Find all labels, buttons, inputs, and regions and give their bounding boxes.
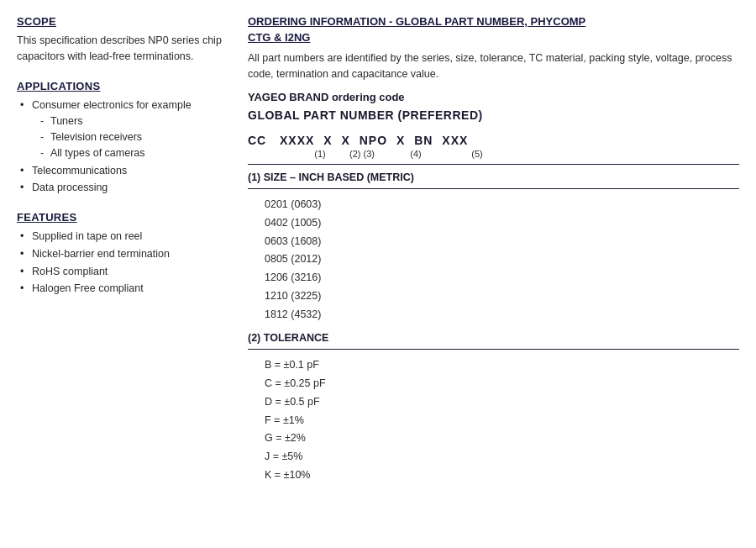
divider: [248, 164, 739, 165]
table-row: K = ±10%: [248, 466, 739, 484]
list-item: Halogen Free compliant: [20, 281, 224, 297]
table-row: 0805 (2012): [248, 250, 739, 269]
table-row: G = ±2%: [248, 429, 739, 448]
ordering-desc: All part numbers are identified by the s…: [248, 50, 739, 82]
scope-title: SCOPE: [17, 15, 224, 28]
part-number-row: CC XXXX X X NPO X BN XXX: [248, 134, 739, 147]
list-item: Nickel-barrier end termination: [20, 246, 224, 262]
global-part-label: GLOBAL PART NUMBER (PREFERRED): [248, 108, 739, 122]
list-item: Supplied in tape on reel: [20, 229, 224, 245]
ordering-title: ORDERING INFORMATION - GLOBAL PART NUMBE…: [248, 15, 739, 28]
part-number-diagram: CC XXXX X X NPO X BN XXX (1) (2) (3) (4)…: [248, 134, 739, 159]
table-row: F = ±1%: [248, 411, 739, 429]
table-row: J = ±5%: [248, 448, 739, 466]
part-labels: (1) (2) (3) (4) (5): [248, 149, 739, 159]
right-column: ORDERING INFORMATION - GLOBAL PART NUMBE…: [239, 15, 739, 491]
size-header: (1) SIZE – INCH BASED (METRIC): [248, 171, 739, 183]
table-row: D = ±0.5 pF: [248, 393, 739, 411]
list-item: Television receivers: [39, 129, 224, 145]
features-list: Supplied in tape on reel Nickel-barrier …: [17, 229, 224, 297]
list-item: Consumer electronics for example Tuners …: [20, 97, 224, 161]
table-row: C = ±0.25 pF: [248, 375, 739, 393]
sub-list: Tuners Television receivers All types of…: [32, 113, 224, 161]
size-section: (1) SIZE – INCH BASED (METRIC) 0201 (060…: [248, 171, 739, 324]
left-column: SCOPE This specification describes NP0 s…: [17, 15, 239, 491]
applications-title: APPLICATIONS: [17, 80, 224, 92]
list-item: Tuners: [39, 113, 224, 129]
table-row: 0603 (1608): [248, 232, 739, 250]
main-layout: SCOPE This specification describes NP0 s…: [17, 15, 739, 491]
table-row: 1812 (4532): [248, 305, 739, 324]
table-row: 1206 (3216): [248, 269, 739, 287]
table-row: 0201 (0603): [248, 196, 739, 214]
table-row: 1210 (3225): [248, 287, 739, 305]
tolerance-header: (2) TOLERANCE: [248, 332, 739, 344]
list-item: Data processing: [20, 180, 224, 196]
brand-label: YAGEO BRAND ordering code: [248, 91, 739, 103]
divider: [248, 349, 739, 350]
scope-text: This specification describes NP0 series …: [17, 33, 224, 65]
list-item: All types of cameras: [39, 145, 224, 161]
features-title: FEATURES: [17, 211, 224, 224]
ordering-subtitle: CTG & I2NG: [248, 31, 739, 44]
list-item: Telecommunications: [20, 163, 224, 179]
table-row: B = ±0.1 pF: [248, 356, 739, 375]
divider: [248, 188, 739, 189]
applications-section: APPLICATIONS Consumer electronics for ex…: [17, 80, 224, 197]
table-row: 0402 (1005): [248, 213, 739, 232]
scope-section: SCOPE This specification describes NP0 s…: [17, 15, 224, 65]
list-item: RoHS compliant: [20, 264, 224, 280]
features-section: FEATURES Supplied in tape on reel Nickel…: [17, 211, 224, 297]
tolerance-section: (2) TOLERANCE B = ±0.1 pF C = ±0.25 pF D…: [248, 332, 739, 484]
applications-list: Consumer electronics for example Tuners …: [17, 97, 224, 197]
